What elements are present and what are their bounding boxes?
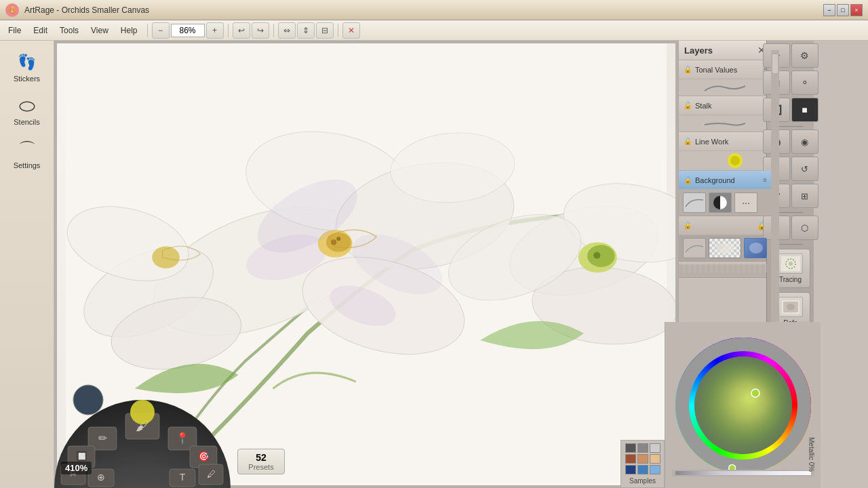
layer-checker-thumb	[709, 238, 741, 258]
layer-item-tonal-values[interactable]: 🔓 Tonal Values ≡	[679, 60, 771, 79]
svg-point-21	[336, 237, 340, 241]
close-button[interactable]: ×	[850, 4, 863, 16]
background-layer-wrapper: 🔓 Background ≡	[679, 171, 771, 216]
svg-point-17	[587, 245, 615, 267]
menu-view[interactable]: View	[85, 24, 114, 37]
swatch-0[interactable]	[625, 443, 636, 453]
swatch-2[interactable]	[650, 443, 660, 453]
svg-point-22	[593, 252, 600, 259]
layer-item-line-work[interactable]: 🔓 Line Work ≡	[679, 132, 771, 151]
stickers-icon: 👣	[14, 50, 41, 75]
toolbar-separator-2	[228, 24, 229, 37]
swatch-1[interactable]	[637, 443, 648, 453]
rtool-tool8[interactable]: ⬡	[791, 216, 818, 240]
zoom-in-button[interactable]: +	[206, 22, 224, 39]
menu-help[interactable]: Help	[115, 24, 143, 37]
rtool-tool2[interactable]: ◉	[791, 129, 818, 154]
redo-button[interactable]: ↪	[252, 22, 269, 39]
minimize-button[interactable]: −	[823, 4, 835, 16]
metallic-label: Metallic 0%	[808, 437, 815, 472]
layer-lock-icon: 🔓	[683, 221, 692, 230]
layer-name: Background	[695, 176, 763, 184]
rtool-separator-3	[778, 244, 803, 245]
layer-blend-thumb	[709, 192, 732, 213]
flip-h-button[interactable]: ⇔	[278, 22, 296, 39]
rtool-tool6[interactable]: ⊞	[791, 184, 818, 208]
layer-item-background[interactable]: 🔓 Background ≡	[679, 171, 771, 190]
tracing-icon	[778, 253, 803, 274]
svg-point-20	[331, 239, 336, 245]
sidebar-item-settings[interactable]: ⌒ Settings	[4, 133, 50, 174]
swatch-3[interactable]	[625, 454, 636, 464]
swatch-7[interactable]	[637, 465, 648, 474]
window-title: ArtRage - Orchids Smaller Canvas	[24, 5, 823, 15]
toolbar-separator-1	[147, 24, 148, 37]
svg-point-60	[787, 304, 795, 310]
tracing-label: Tracing	[779, 276, 802, 283]
toolbar-separator-3	[273, 24, 274, 37]
undo-button[interactable]: ↩	[233, 22, 250, 39]
layer-lock-icon: 🔓	[683, 65, 692, 75]
rtool-dark[interactable]: ■	[791, 98, 818, 122]
rtool-separator-2	[778, 212, 803, 213]
menu-file[interactable]: File	[3, 24, 26, 37]
settings-icon: ⌒	[14, 137, 41, 161]
sidebar-item-stencils[interactable]: ⬭ Stencils	[4, 89, 50, 130]
swatch-6[interactable]	[625, 465, 636, 474]
toolbar-separator-4	[338, 24, 338, 37]
layers-header: Layers ✕	[679, 41, 771, 60]
swatch-8[interactable]	[650, 465, 660, 474]
layer-lock-icon: 🔓	[683, 176, 692, 185]
flip-v-button[interactable]: ⇕	[297, 22, 315, 39]
window-controls: − □ ×	[823, 4, 863, 16]
rtool-separator-1	[778, 126, 803, 127]
svg-point-56	[789, 262, 793, 266]
menu-edit[interactable]: Edit	[28, 24, 53, 37]
stencils-icon: ⬭	[14, 94, 41, 118]
layer-more-thumb[interactable]: ···	[734, 192, 757, 213]
mirror-button[interactable]: ⊟	[316, 22, 334, 39]
svg-text:📍: 📍	[176, 432, 189, 445]
layer-menu-button[interactable]: ≡	[763, 176, 767, 184]
svg-text:🔲: 🔲	[76, 451, 88, 462]
left-sidebar: 👣 Stickers ⬭ Stencils ⌒ Settings	[0, 41, 54, 488]
rtool-tool4[interactable]: ↺	[791, 157, 818, 181]
layer-blue-thumb	[744, 238, 767, 258]
sidebar-item-stickers[interactable]: 👣 Stickers	[4, 46, 50, 87]
presets-button[interactable]: 52 Presets	[237, 449, 285, 474]
presets-count: 52	[246, 452, 276, 463]
swatch-4[interactable]	[637, 454, 648, 464]
color-wheel[interactable]	[672, 334, 814, 476]
zoom-out-button[interactable]: −	[152, 22, 170, 39]
tonal-values-thumb	[701, 81, 749, 94]
svg-text:🖊: 🖊	[207, 469, 216, 479]
scrollbar-thumb[interactable]	[772, 54, 778, 74]
rtool-circle[interactable]: ⚬	[791, 70, 818, 95]
restore-button[interactable]: □	[837, 4, 849, 16]
close-canvas-button[interactable]: ✕	[342, 22, 360, 39]
layer-item-extra[interactable]: 🔓 🔒	[679, 216, 771, 262]
layer-name: Tonal Values	[695, 66, 763, 74]
refs-icon	[778, 297, 803, 317]
settings-label: Settings	[14, 161, 41, 169]
title-bar: 🎨 ArtRage - Orchids Smaller Canvas − □ ×	[0, 0, 868, 20]
layer-name: Line Work	[695, 138, 763, 146]
rtool-settings[interactable]: ⚙	[791, 43, 818, 68]
canvas-area[interactable]: 🖌 ✏ 📍 🔲 🎯 ✂ ⊕	[54, 41, 678, 488]
svg-point-50	[715, 243, 725, 250]
svg-text:✏: ✏	[98, 432, 108, 444]
svg-point-12	[152, 247, 180, 269]
layer-item-stalk[interactable]: 🔓 Stalk ≡	[679, 96, 771, 115]
layers-title: Layers	[684, 45, 713, 56]
svg-text:T: T	[180, 472, 186, 483]
menu-tools[interactable]: Tools	[54, 24, 84, 37]
samples-label: Samples	[629, 477, 656, 485]
line-work-thumb	[701, 152, 749, 169]
layer-lock-icon: 🔓	[683, 101, 692, 110]
svg-text:⊕: ⊕	[97, 472, 105, 483]
swatch-5[interactable]	[650, 454, 660, 464]
layer-opacity-thumb	[683, 192, 706, 213]
stalk-thumb	[701, 117, 749, 130]
layer-name: Stalk	[695, 102, 763, 110]
samples-panel: Samples	[620, 440, 665, 488]
